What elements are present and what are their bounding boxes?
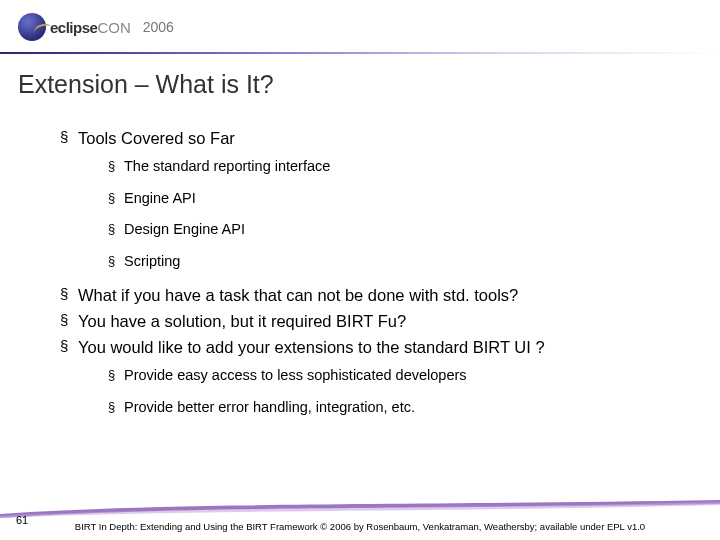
- eclipse-orb-icon: [18, 13, 46, 41]
- bullet-tools-covered: Tools Covered so Far The standard report…: [60, 127, 700, 272]
- bullet-what-if: What if you have a task that can not be …: [60, 284, 700, 306]
- bullet-solution: You have a solution, but it required BIR…: [60, 310, 700, 332]
- logo: eclipseCON 2006: [18, 13, 174, 41]
- bullet-text: You would like to add your extensions to…: [78, 338, 545, 356]
- logo-bold: eclipse: [50, 19, 97, 36]
- bullet-text: Tools Covered so Far: [78, 129, 235, 147]
- footer-swoosh-icon: [0, 500, 720, 518]
- logo-text: eclipseCON: [50, 19, 131, 36]
- sub-bullet: Provide better error handling, integrati…: [108, 398, 700, 418]
- logo-year: 2006: [143, 19, 174, 35]
- slide-footer: 61 BIRT In Depth: Extending and Using th…: [0, 490, 720, 540]
- slide-content: Tools Covered so Far The standard report…: [0, 99, 720, 417]
- logo-light: CON: [97, 19, 130, 36]
- sub-bullet: Design Engine API: [108, 220, 700, 240]
- sub-bullet: Provide easy access to less sophisticate…: [108, 366, 700, 386]
- sub-bullet: The standard reporting interface: [108, 157, 700, 177]
- bullet-extensions: You would like to add your extensions to…: [60, 336, 700, 417]
- copyright-text: BIRT In Depth: Extending and Using the B…: [0, 521, 720, 532]
- slide-title: Extension – What is It?: [0, 54, 720, 99]
- sub-bullet: Engine API: [108, 189, 700, 209]
- slide-header: eclipseCON 2006: [0, 0, 720, 54]
- header-divider: [0, 52, 720, 54]
- sub-bullet: Scripting: [108, 252, 700, 272]
